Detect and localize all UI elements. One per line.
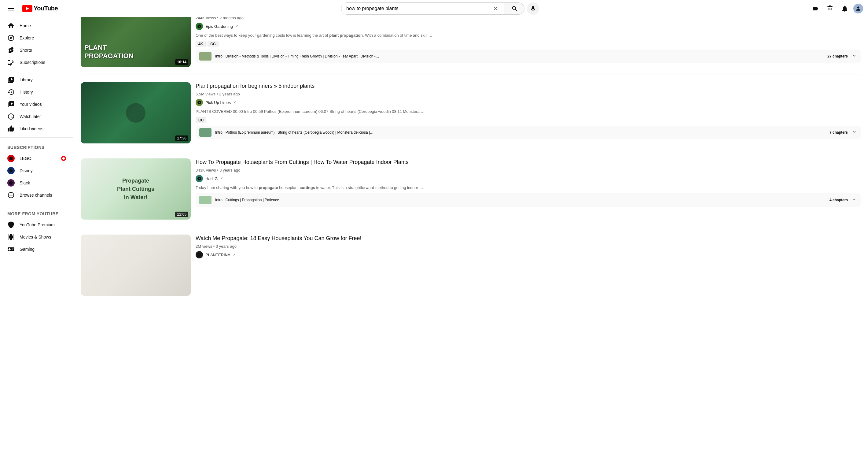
home-icon bbox=[7, 22, 15, 29]
verified-icon: ✓ bbox=[220, 177, 223, 181]
account-avatar[interactable] bbox=[853, 4, 863, 13]
chapters-row[interactable]: Intro | Division - Methods & Tools | Div… bbox=[196, 50, 861, 63]
sidebar-label-shorts: Shorts bbox=[20, 48, 32, 53]
sidebar-item-home[interactable]: Home bbox=[2, 20, 71, 32]
sidebar-item-subscriptions[interactable]: Subscriptions bbox=[2, 56, 71, 68]
video-age: 3 years ago bbox=[219, 168, 240, 173]
search-input[interactable] bbox=[346, 6, 491, 11]
video-thumbnail[interactable]: PropagatePlant CuttingsIn Water! 11:05 bbox=[81, 158, 191, 219]
chapter-text: Intro | Cuttings | Propagation | Patienc… bbox=[215, 198, 826, 202]
video-description: Today I am sharing with you how to propa… bbox=[196, 185, 861, 191]
slack-avatar bbox=[7, 179, 15, 186]
channel-name[interactable]: Harli G bbox=[206, 177, 218, 181]
chapter-text: Intro | Division - Methods & Tools | Div… bbox=[215, 54, 824, 58]
chapters-row[interactable]: Intro | Cuttings | Propagation | Patienc… bbox=[196, 193, 861, 207]
chapter-count: 4 chapters bbox=[830, 198, 848, 202]
view-count: 5.5M views bbox=[196, 92, 215, 96]
sidebar-item-explore[interactable]: Explore bbox=[2, 32, 71, 44]
search-clear-button[interactable] bbox=[491, 4, 500, 13]
sidebar-label-gaming: Gaming bbox=[20, 247, 34, 252]
duration-badge: 17:36 bbox=[175, 135, 188, 141]
youtube-logo[interactable]: YouTube bbox=[22, 5, 58, 12]
video-title[interactable]: How To Propagate Houseplants From Cuttin… bbox=[196, 158, 861, 166]
channel-row: Epic Gardening ✓ bbox=[196, 23, 861, 30]
sidebar-label-disney: Disney bbox=[20, 168, 33, 173]
video-meta: 2M views • 3 years ago bbox=[196, 244, 861, 249]
movies-icon bbox=[7, 233, 15, 241]
svg-point-4 bbox=[9, 169, 13, 173]
view-count: 2M views bbox=[196, 244, 212, 249]
sidebar-item-gaming[interactable]: Gaming bbox=[2, 243, 71, 255]
voice-search-button[interactable] bbox=[527, 2, 539, 15]
subscriptions-icon bbox=[7, 59, 15, 66]
video-meta: 5.5M views • 2 years ago bbox=[196, 92, 861, 96]
chapter-expand-icon[interactable] bbox=[851, 129, 857, 135]
separator: • bbox=[217, 92, 219, 96]
notifications-button[interactable] bbox=[839, 2, 851, 15]
sidebar-item-watch-later[interactable]: Watch later bbox=[2, 111, 71, 123]
sidebar-label-library: Library bbox=[20, 78, 33, 82]
channel-name[interactable]: Epic Gardening bbox=[206, 24, 233, 29]
sidebar-item-lego[interactable]: LEGO bbox=[2, 152, 71, 164]
sidebar-label-movies-shows: Movies & Shows bbox=[20, 235, 51, 239]
apps-button[interactable] bbox=[824, 2, 836, 15]
channel-name[interactable]: PLANTERINA bbox=[206, 252, 230, 257]
video-title[interactable]: Plant propagation for beginners » 5 indo… bbox=[196, 82, 861, 90]
subscriptions-section-title: SUBSCRIPTIONS bbox=[0, 140, 73, 152]
create-button[interactable] bbox=[809, 2, 822, 15]
browse-channels-icon bbox=[7, 191, 15, 199]
sidebar-label-subscriptions: Subscriptions bbox=[20, 60, 45, 65]
badge-4k: 4K bbox=[196, 41, 206, 47]
youtube-icon bbox=[22, 5, 32, 12]
chapter-expand-icon[interactable] bbox=[851, 53, 857, 59]
search-input-wrap bbox=[341, 2, 505, 15]
your-videos-icon bbox=[7, 101, 15, 108]
verified-icon: ✓ bbox=[235, 24, 238, 28]
youtube-wordmark: YouTube bbox=[34, 5, 58, 12]
chapters-row[interactable]: Intro | Pothos (Epipremnum aureum) | Str… bbox=[196, 126, 861, 139]
svg-point-3 bbox=[62, 157, 65, 160]
sidebar-item-movies-shows[interactable]: Movies & Shows bbox=[2, 231, 71, 243]
sidebar-label-your-videos: Your videos bbox=[20, 102, 42, 107]
sidebar-item-your-videos[interactable]: Your videos bbox=[2, 98, 71, 111]
sidebar-item-youtube-premium[interactable]: YouTube Premium bbox=[2, 219, 71, 231]
channel-avatar bbox=[196, 251, 203, 259]
verified-icon: ✓ bbox=[233, 252, 236, 257]
disney-avatar bbox=[7, 167, 15, 174]
shorts-icon bbox=[7, 47, 15, 54]
thumb-overlay-text: PropagatePlant CuttingsIn Water! bbox=[86, 177, 185, 202]
video-title[interactable]: Watch Me Propagate: 18 Easy Houseplants … bbox=[196, 235, 861, 242]
sidebar: Home Explore Shorts Subscriptions Librar… bbox=[0, 17, 73, 309]
sidebar-item-history[interactable]: History bbox=[2, 86, 71, 98]
video-description: One of the best ways to keep your garden… bbox=[196, 32, 861, 38]
chapter-text: Intro | Pothos (Epipremnum aureum) | Str… bbox=[215, 130, 826, 134]
sidebar-label-home: Home bbox=[20, 23, 31, 28]
channel-avatar bbox=[196, 23, 203, 30]
sidebar-item-slack[interactable]: Slack bbox=[2, 177, 71, 189]
video-item: Watch Me Propagate: 18 Easy Houseplants … bbox=[81, 235, 861, 303]
chapter-expand-icon[interactable] bbox=[851, 197, 857, 203]
chapter-thumbnail bbox=[199, 128, 212, 137]
header-right bbox=[802, 2, 863, 15]
sidebar-item-disney[interactable]: Disney bbox=[2, 164, 71, 177]
sidebar-label-liked-videos: Liked videos bbox=[20, 126, 43, 131]
sidebar-item-library[interactable]: Library bbox=[2, 74, 71, 86]
library-icon bbox=[7, 76, 15, 84]
sidebar-item-browse-channels[interactable]: Browse channels bbox=[2, 189, 71, 201]
channel-name[interactable]: Pick Up Limes bbox=[206, 100, 231, 105]
lego-avatar bbox=[7, 155, 15, 162]
lego-live-badge bbox=[61, 156, 66, 161]
duration-badge: 11:05 bbox=[175, 212, 188, 217]
verified-icon: ✓ bbox=[233, 100, 236, 104]
sidebar-label-history: History bbox=[20, 90, 33, 94]
video-age: 3 years ago bbox=[216, 244, 237, 249]
video-thumbnail[interactable] bbox=[81, 235, 191, 296]
chapter-count: 7 chapters bbox=[830, 130, 848, 134]
sidebar-item-shorts[interactable]: Shorts bbox=[2, 44, 71, 56]
sidebar-item-liked-videos[interactable]: Liked videos bbox=[2, 123, 71, 135]
video-thumbnail[interactable]: 17:36 bbox=[81, 82, 191, 144]
search-submit-button[interactable] bbox=[505, 2, 524, 15]
badge-row: 4K CC bbox=[196, 41, 861, 47]
menu-button[interactable] bbox=[5, 2, 17, 15]
channel-row: Harli G ✓ bbox=[196, 175, 861, 182]
